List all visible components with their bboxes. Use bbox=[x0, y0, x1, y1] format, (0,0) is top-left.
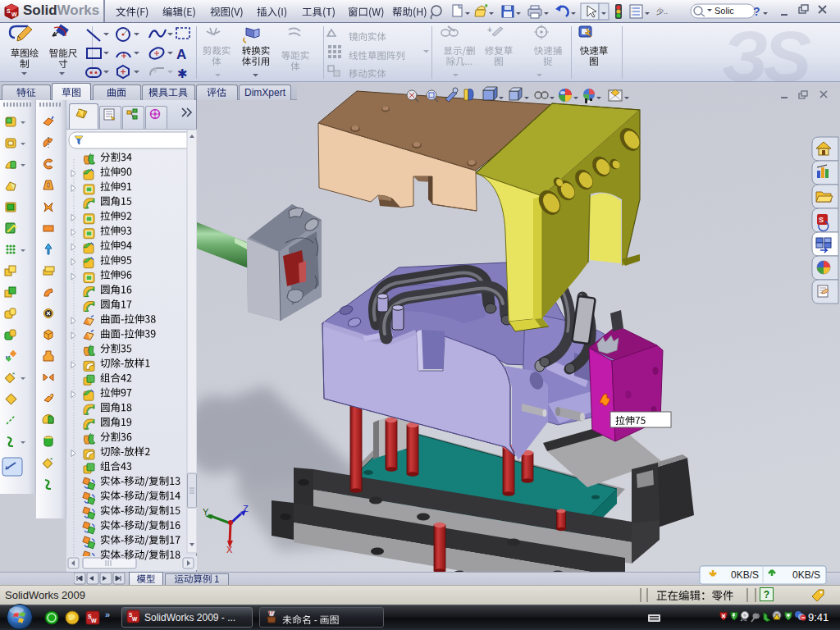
svg-text:W: W bbox=[11, 11, 17, 17]
svg-text:X: X bbox=[226, 545, 233, 555]
svg-text:*: * bbox=[50, 456, 52, 463]
svg-text:0KB/S: 0KB/S bbox=[792, 569, 820, 581]
svg-text:Z: Z bbox=[243, 504, 249, 514]
svg-text:W: W bbox=[91, 618, 97, 623]
svg-text:»: » bbox=[105, 609, 110, 619]
svg-text:W: W bbox=[132, 616, 138, 622]
svg-text:+: + bbox=[487, 25, 492, 34]
svg-text:✱: ✱ bbox=[177, 66, 188, 80]
svg-text:少..: 少.. bbox=[656, 7, 668, 16]
svg-text:!: ! bbox=[328, 30, 331, 38]
svg-text:S: S bbox=[7, 8, 11, 14]
svg-text:S: S bbox=[819, 216, 824, 224]
svg-text:0KB/S: 0KB/S bbox=[731, 569, 759, 581]
svg-text:*: * bbox=[12, 371, 15, 378]
svg-text:A: A bbox=[176, 47, 186, 62]
svg-text:Y: Y bbox=[203, 507, 209, 517]
